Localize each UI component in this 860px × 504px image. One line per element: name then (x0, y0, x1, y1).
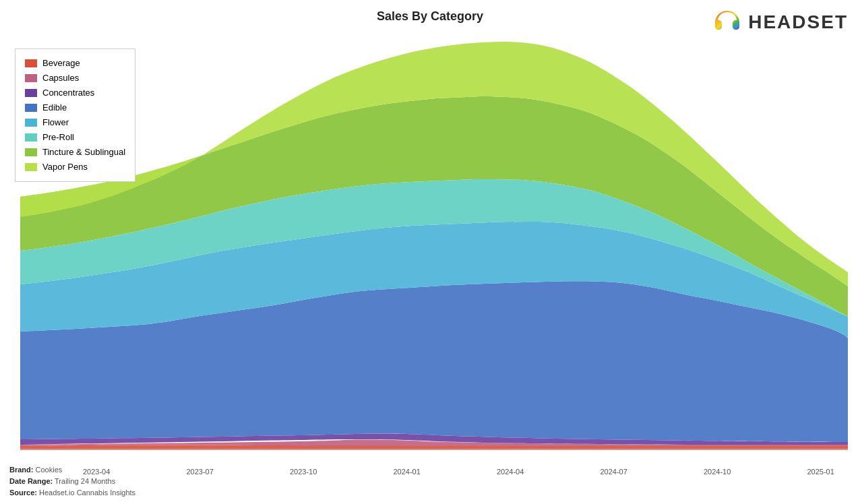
legend-swatch-concentrates (25, 89, 37, 97)
headset-logo-icon (712, 7, 743, 38)
legend-label-edible: Edible (42, 100, 67, 115)
legend-swatch-tincture (25, 148, 37, 156)
date-range-label: Date Range: (9, 477, 53, 485)
legend-swatch-capsules (25, 74, 37, 82)
brand-label: Brand: (9, 466, 33, 474)
footer-info: Brand: Cookies Date Range: Trailing 24 M… (9, 464, 135, 499)
x-label-7: 2024-10 (704, 468, 731, 476)
legend-swatch-vapor (25, 163, 37, 171)
chart-container: HEADSET Sales By Category Beverage Capsu… (0, 0, 860, 504)
source-label: Source: (9, 489, 37, 497)
legend-swatch-beverage (25, 59, 37, 67)
legend-swatch-flower (25, 119, 37, 127)
x-label-4: 2024-01 (393, 468, 420, 476)
legend-item-capsules: Capsules (25, 71, 125, 86)
legend-item-tincture: Tincture & Sublingual (25, 145, 125, 160)
date-range-value: Trailing 24 Months (55, 477, 115, 485)
brand-value: Cookies (36, 466, 63, 474)
x-label-3: 2023-10 (290, 468, 317, 476)
x-label-5: 2024-04 (497, 468, 524, 476)
legend-swatch-edible (25, 104, 37, 112)
legend-item-preroll: Pre-Roll (25, 130, 125, 145)
headset-logo: HEADSET (712, 7, 848, 38)
x-label-8: 2025-01 (807, 468, 834, 476)
x-axis-labels: 2023-04 2023-07 2023-10 2024-01 2024-04 … (20, 468, 848, 476)
logo-text: HEADSET (748, 11, 848, 33)
legend-item-flower: Flower (25, 115, 125, 130)
x-label-2: 2023-07 (186, 468, 213, 476)
legend-item-edible: Edible (25, 100, 125, 115)
legend-label-tincture: Tincture & Sublingual (42, 145, 125, 160)
legend-label-preroll: Pre-Roll (42, 130, 74, 145)
legend-label-beverage: Beverage (42, 56, 80, 71)
legend-label-capsules: Capsules (42, 71, 79, 86)
legend-item-concentrates: Concentrates (25, 86, 125, 100)
legend-label-concentrates: Concentrates (42, 86, 94, 100)
legend-item-vapor: Vapor Pens (25, 160, 125, 175)
legend-item-beverage: Beverage (25, 56, 125, 71)
legend-label-flower: Flower (42, 115, 69, 130)
x-label-6: 2024-07 (600, 468, 627, 476)
chart-svg (20, 42, 848, 450)
source-value: Headset.io Cannabis Insights (39, 489, 135, 497)
legend-label-vapor: Vapor Pens (42, 160, 88, 175)
chart-legend: Beverage Capsules Concentrates Edible Fl… (15, 49, 135, 182)
legend-swatch-preroll (25, 133, 37, 141)
